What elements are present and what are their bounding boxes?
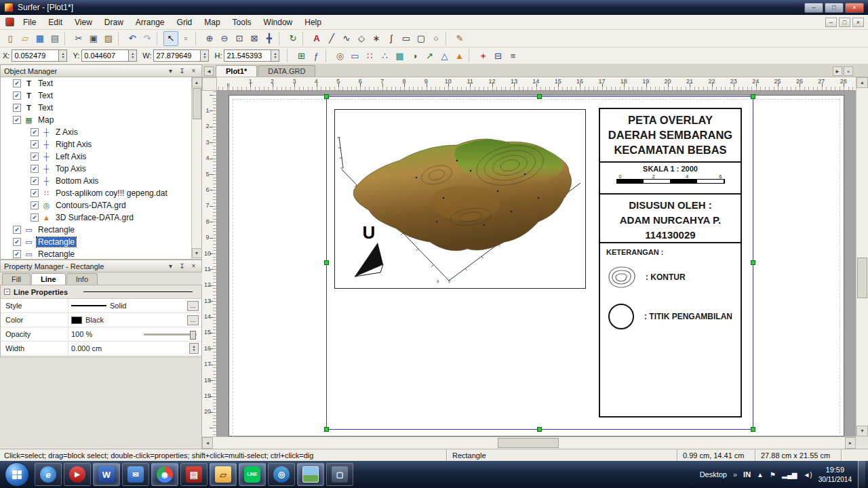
visibility-checkbox[interactable]: ✔	[13, 226, 21, 234]
tree-item-3d-surface-layer[interactable]: ✔ ▲ 3D Surface-DATA.grd	[1, 211, 201, 224]
value-control[interactable]	[144, 333, 197, 336]
menu-item[interactable]: Help	[298, 16, 328, 29]
menu-item[interactable]: Edit	[42, 16, 68, 29]
tab-close-icon[interactable]: ×	[844, 66, 853, 76]
toolbar-separator[interactable]	[64, 32, 69, 45]
taskbar-app-explorer[interactable]: ▱	[210, 463, 237, 486]
selection-rectangle[interactable]	[326, 96, 753, 430]
taskbar-app-media-player[interactable]: ▶	[64, 463, 91, 486]
panel-pin-button[interactable]: ↧	[178, 262, 186, 270]
toolbar-separator[interactable]	[195, 32, 200, 45]
cut-icon[interactable]: ✂	[71, 31, 86, 46]
scroll-down-icon[interactable]	[192, 248, 202, 258]
child-restore-button[interactable]: □	[839, 18, 850, 27]
menu-item[interactable]: View	[68, 16, 98, 29]
taskbar-app-photo-viewer[interactable]	[297, 463, 324, 486]
taskbar-app-mail[interactable]: ✉	[122, 463, 149, 486]
new-shaded-relief-map-icon[interactable]: ◑	[407, 48, 422, 63]
property-manager-header[interactable]: Property Manager - Rectangle ▾ ↧ ×	[0, 260, 202, 272]
menu-item[interactable]: Grid	[171, 16, 199, 29]
scroll-up-icon[interactable]	[192, 77, 202, 87]
selection-handle-ne[interactable]	[751, 94, 755, 99]
zoom-in-icon[interactable]: ⊕	[202, 31, 217, 46]
ellipse-tool-icon[interactable]: ○	[429, 31, 443, 46]
panel-close-button[interactable]: ×	[189, 262, 198, 270]
scrollbar-thumb[interactable]	[193, 88, 201, 119]
visibility-checkbox[interactable]: ✔	[13, 238, 21, 246]
tree-item-rectangle-2[interactable]: ✔ ▭ Rectangle	[1, 236, 201, 248]
new-base-map-icon[interactable]: ▭	[347, 48, 362, 63]
tree-scrollbar[interactable]	[191, 77, 201, 258]
property-value[interactable]: Solid …	[68, 299, 201, 312]
menu-item[interactable]: File	[17, 16, 42, 29]
selection-handle-s[interactable]	[537, 427, 542, 432]
polyline-tool-icon[interactable]: ∿	[339, 31, 354, 46]
coordinate-input[interactable]	[224, 49, 271, 62]
visibility-checkbox[interactable]: ✔	[13, 250, 21, 258]
reshape-tool-icon[interactable]: ✎	[452, 31, 467, 46]
visibility-checkbox[interactable]: ✔	[13, 104, 21, 112]
block-select-tool-icon[interactable]: ▫	[178, 31, 193, 46]
save-icon[interactable]: ▦	[33, 31, 47, 46]
property-tab[interactable]: Line	[31, 273, 66, 285]
panel-menu-button[interactable]: ▾	[166, 67, 175, 75]
menu-item[interactable]: Window	[258, 16, 299, 29]
redo-icon[interactable]: ↷	[140, 31, 155, 46]
visibility-checkbox[interactable]: ✔	[31, 140, 39, 148]
scroll-down-icon[interactable]	[856, 426, 868, 436]
taskbar-app-chrome[interactable]: ◉	[151, 463, 178, 486]
tree-item-left-axis[interactable]: ✔ ┼ Left Axis	[1, 150, 201, 163]
start-button[interactable]	[5, 462, 29, 487]
toolbar-separator[interactable]	[446, 32, 450, 45]
zoom-window-icon[interactable]: ⊡	[232, 31, 247, 46]
plot-page[interactable]: U 0 0 PETA OVERLAYDAERAH SEMBARANGKECAMA…	[229, 95, 844, 436]
zoom-out-icon[interactable]: ⊖	[217, 31, 232, 46]
panel-close-button[interactable]: ×	[189, 67, 198, 75]
toolbar-separator[interactable]	[326, 49, 330, 62]
language-indicator[interactable]: IN	[743, 470, 751, 479]
property-value[interactable]: 0.000 cm	[68, 342, 201, 355]
select-tool-icon[interactable]: ↖	[163, 31, 178, 46]
polygon-tool-icon[interactable]: ◇	[354, 31, 369, 46]
horizontal-scrollbar[interactable]	[202, 436, 856, 449]
grid-data-icon[interactable]: ⊞	[294, 48, 309, 63]
scrollbar-thumb[interactable]	[498, 438, 559, 448]
line-properties-section[interactable]: − Line Properties	[1, 285, 201, 299]
visibility-checkbox[interactable]: ✔	[13, 116, 21, 124]
map-properties-icon[interactable]: ≡	[505, 48, 520, 63]
rectangle-tool-icon[interactable]: ▭	[399, 31, 414, 46]
visibility-checkbox[interactable]: ✔	[13, 92, 21, 100]
scrollbar-thumb[interactable]	[857, 258, 867, 298]
tree-item-map[interactable]: ✔ ▦ Map	[1, 114, 201, 126]
grid-function-icon[interactable]: ƒ	[309, 48, 323, 63]
menu-item[interactable]: Tools	[226, 16, 258, 29]
visibility-checkbox[interactable]: ✔	[31, 189, 39, 197]
property-value[interactable]: Black …	[68, 313, 201, 327]
rounded-rectangle-tool-icon[interactable]: ▢	[414, 31, 429, 46]
tree-item-text-1[interactable]: ✔ T Text	[1, 77, 201, 89]
tree-item-rectangle-3[interactable]: ✔ ▭ Rectangle	[1, 248, 201, 260]
selection-handle-se[interactable]	[751, 427, 755, 432]
taskbar-app-burner[interactable]: ◎	[268, 463, 295, 486]
show-desktop-button[interactable]	[858, 461, 865, 488]
new-classed-post-map-icon[interactable]: ∴	[377, 48, 392, 63]
toolbar-separator[interactable]	[469, 49, 473, 62]
coordinate-spinner[interactable]	[59, 49, 67, 62]
new-wireframe-icon[interactable]: △	[437, 48, 452, 63]
visibility-checkbox[interactable]: ✔	[31, 128, 39, 136]
tree-item-post-layer[interactable]: ✔ ∷ Post-aplikom coy!!! gepeng.dat	[1, 187, 201, 199]
taskbar-app-internet-explorer[interactable]: e	[35, 463, 62, 486]
tab-plot1[interactable]: Plot1*	[216, 65, 257, 77]
new-contour-map-icon[interactable]: ◎	[332, 48, 347, 63]
network-icon[interactable]: ▂▄▆	[782, 471, 797, 479]
grid-node-editor-icon[interactable]: ⊟	[490, 48, 505, 63]
digitize-icon[interactable]: +	[475, 48, 490, 63]
property-value[interactable]: 100 %	[68, 327, 201, 341]
spline-tool-icon[interactable]: ∫	[384, 31, 399, 46]
child-minimize-button[interactable]: –	[825, 18, 837, 27]
undo-icon[interactable]: ↶	[125, 31, 140, 46]
taskbar-app-reader[interactable]: ▤	[180, 463, 208, 486]
selection-handle-w[interactable]	[324, 260, 329, 265]
tab-scroll-right-icon[interactable]: ►	[833, 66, 842, 76]
pan-tool-icon[interactable]: ╋	[262, 31, 277, 46]
